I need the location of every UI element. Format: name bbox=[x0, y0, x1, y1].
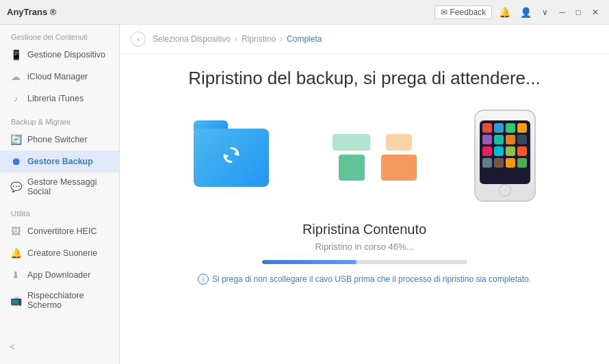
orange-blocks bbox=[381, 134, 417, 181]
sidebar-item-label: Gestore Backup bbox=[27, 157, 93, 166]
sidebar-item-libreria-itunes[interactable]: ♪ Libreria iTunes bbox=[0, 88, 119, 109]
breadcrumb-completa: Completa bbox=[287, 34, 322, 44]
messages-icon: 💬 bbox=[10, 181, 22, 193]
sidebar-item-label: Convertitore HEIC bbox=[27, 226, 96, 236]
breadcrumb-sep-2: › bbox=[280, 34, 283, 44]
sidebar-item-label: Gestione Dispositivo bbox=[27, 50, 105, 60]
folder-sync-icon bbox=[219, 143, 244, 172]
app-icon bbox=[494, 146, 504, 156]
breadcrumb-seleziona: Seleziona Dispositivo bbox=[153, 34, 231, 44]
titlebar: AnyTrans ® ✉ Feedback 🔔 👤 ∨ ─ □ ✕ bbox=[0, 0, 609, 25]
animation-strip bbox=[187, 109, 543, 205]
app-icon bbox=[482, 146, 492, 156]
feedback-mail-icon: ✉ bbox=[441, 8, 448, 17]
titlebar-controls: ✉ Feedback 🔔 👤 ∨ ─ □ ✕ bbox=[435, 5, 602, 19]
chevron-down-button[interactable]: ∨ bbox=[539, 6, 552, 18]
content-area: ‹ Seleziona Dispositivo › Ripristino › C… bbox=[120, 25, 609, 364]
breadcrumb-ripristino: Ripristino bbox=[242, 34, 276, 44]
section-label-utilita: Utilità bbox=[0, 201, 119, 220]
phone-body bbox=[474, 109, 536, 202]
app-icon bbox=[482, 123, 492, 133]
app-icon bbox=[517, 123, 527, 133]
app-brand: AnyTrans ® bbox=[7, 7, 435, 17]
progress-bar-fill bbox=[262, 260, 357, 264]
sidebar-item-rispecchiatore-schermo[interactable]: 📺 Rispecchiatore Schermo bbox=[0, 286, 119, 315]
app-icon bbox=[482, 135, 492, 144]
main-title: Ripristino del backup, si prega di atten… bbox=[188, 68, 541, 89]
sidebar-item-icloud-manager[interactable]: ☁ iCloud Manager bbox=[0, 66, 119, 88]
phone-screen bbox=[480, 120, 530, 184]
sidebar-item-convertitore-heic[interactable]: 🖼 Convertitore HEIC bbox=[0, 220, 119, 242]
backup-icon: ⏺ bbox=[10, 155, 22, 168]
block-teal-2 bbox=[339, 155, 365, 181]
app-icon bbox=[494, 158, 504, 168]
device-icon: 📱 bbox=[10, 49, 22, 61]
block-orange-1 bbox=[386, 134, 412, 151]
folder-icon bbox=[187, 120, 276, 195]
app-icon bbox=[506, 158, 515, 168]
heic-icon: 🖼 bbox=[10, 225, 22, 237]
sidebar-item-label: Gestore Messaggi Social bbox=[27, 177, 109, 196]
app-icon bbox=[506, 123, 515, 133]
sidebar-item-label: Rispecchiatore Schermo bbox=[27, 291, 109, 310]
warning-message: i Si prega di non scollegare il cavo USB… bbox=[140, 274, 588, 285]
status-section: Ripristina Contenuto Ripristino in corso… bbox=[140, 222, 588, 285]
sidebar-item-label: iCloud Manager bbox=[27, 72, 88, 81]
sidebar: Gestione dei Contenuti 📱 Gestione Dispos… bbox=[0, 25, 120, 364]
sidebar-item-gestione-dispositivo[interactable]: 📱 Gestione Dispositivo bbox=[0, 44, 119, 66]
progress-blocks bbox=[276, 134, 474, 181]
screen-mirror-icon: 📺 bbox=[10, 294, 22, 307]
phone-app-grid bbox=[480, 120, 530, 170]
notification-icon-button[interactable]: 🔔 bbox=[496, 5, 513, 19]
sidebar-item-gestore-backup[interactable]: ⏺ Gestore Backup bbox=[0, 151, 119, 172]
icloud-icon: ☁ bbox=[10, 70, 22, 83]
feedback-label: Feedback bbox=[450, 8, 487, 17]
sidebar-item-label: Phone Switcher bbox=[27, 135, 88, 144]
section-label-backup: Backup & Migrare bbox=[0, 109, 119, 129]
download-icon: ⬇ bbox=[10, 269, 22, 281]
back-icon: ‹ bbox=[137, 35, 140, 43]
breadcrumb-sep-1: › bbox=[235, 34, 237, 44]
info-icon: i bbox=[198, 274, 209, 285]
block-orange-2 bbox=[381, 155, 417, 181]
block-teal-1 bbox=[333, 134, 370, 151]
phone-icon bbox=[474, 109, 543, 205]
folder-body bbox=[194, 129, 269, 187]
app-icon bbox=[517, 158, 527, 168]
breadcrumb: ‹ Seleziona Dispositivo › Ripristino › C… bbox=[120, 25, 609, 54]
itunes-icon: ♪ bbox=[10, 92, 22, 105]
status-subtitle: Ripristino in corso 46%... bbox=[140, 242, 588, 252]
profile-icon-button[interactable]: 👤 bbox=[517, 5, 534, 19]
ringtone-icon: 🔔 bbox=[10, 247, 22, 259]
maximize-button[interactable]: □ bbox=[573, 6, 584, 18]
app-icon bbox=[506, 146, 515, 156]
sidebar-item-gestore-messaggi[interactable]: 💬 Gestore Messaggi Social bbox=[0, 172, 119, 201]
minimize-button[interactable]: ─ bbox=[556, 6, 569, 18]
app-icon bbox=[517, 146, 527, 156]
app-icon bbox=[517, 135, 527, 144]
feedback-button[interactable]: ✉ Feedback bbox=[435, 5, 493, 19]
sidebar-collapse-button[interactable]: < bbox=[0, 336, 119, 357]
sidebar-item-label: Libreria iTunes bbox=[27, 94, 83, 103]
progress-bar-wrapper bbox=[262, 260, 467, 264]
app-icon bbox=[482, 158, 492, 168]
close-button[interactable]: ✕ bbox=[588, 6, 602, 18]
status-title: Ripristina Contenuto bbox=[140, 222, 588, 237]
teal-blocks bbox=[333, 134, 370, 181]
warning-text: Si prega di non scollegare il cavo USB p… bbox=[212, 274, 531, 284]
app-body: Gestione dei Contenuti 📱 Gestione Dispos… bbox=[0, 25, 609, 364]
sidebar-item-label: App Downloader bbox=[27, 270, 90, 280]
sidebar-item-phone-switcher[interactable]: 🔄 Phone Switcher bbox=[0, 129, 119, 151]
back-button[interactable]: ‹ bbox=[131, 31, 146, 47]
sidebar-item-label: Creatore Suonerie bbox=[27, 248, 97, 258]
app-icon bbox=[494, 135, 504, 144]
section-label-contenuti: Gestione dei Contenuti bbox=[0, 25, 119, 44]
app-icon bbox=[494, 123, 504, 133]
main-area: Ripristino del backup, si prega di atten… bbox=[120, 54, 609, 364]
sidebar-item-app-downloader[interactable]: ⬇ App Downloader bbox=[0, 264, 119, 286]
phone-switcher-icon: 🔄 bbox=[10, 133, 22, 146]
sidebar-item-creatore-suonerie[interactable]: 🔔 Creatore Suonerie bbox=[0, 242, 119, 264]
app-icon bbox=[506, 135, 515, 144]
phone-home-button bbox=[499, 184, 511, 196]
